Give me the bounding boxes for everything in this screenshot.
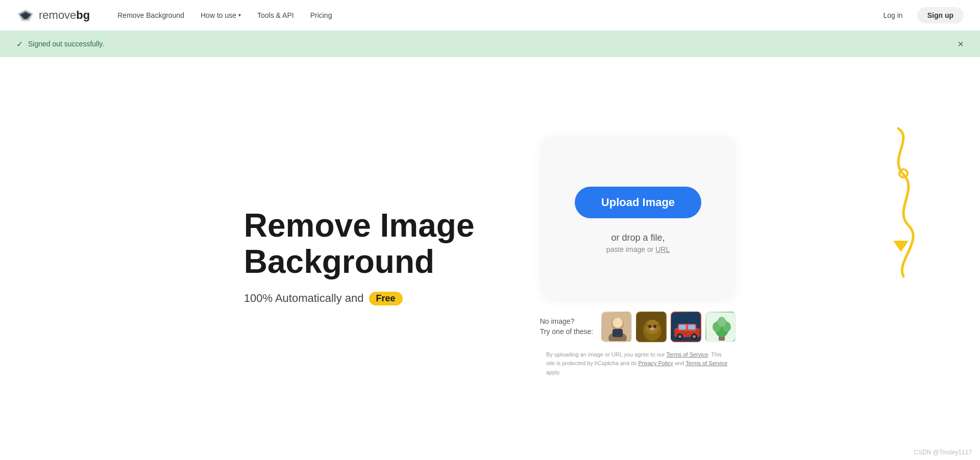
privacy-link[interactable]: Privacy Policy	[638, 360, 673, 366]
sample-thumb-cat[interactable]	[636, 312, 667, 342]
sample-thumb-car[interactable]	[671, 312, 701, 342]
svg-point-15	[653, 325, 656, 328]
flash-banner: ✓ Signed out successfully. ×	[0, 31, 980, 57]
svg-point-32	[899, 169, 908, 177]
sample-label: No image? Try one of these:	[540, 317, 594, 337]
nav-remove-bg[interactable]: Remove Background	[110, 7, 191, 23]
upload-image-button[interactable]: Upload Image	[575, 187, 701, 218]
logo[interactable]: removebg	[16, 8, 90, 22]
nav-links: Remove Background How to use ▾ Tools & A…	[110, 7, 875, 23]
main-content: Remove Image Background 100% Automatical…	[0, 57, 980, 456]
hero-title: Remove Image Background	[244, 208, 499, 279]
flash-message: Signed out successfully.	[28, 40, 104, 48]
svg-rect-21	[688, 325, 695, 329]
sample-thumb-person[interactable]	[601, 312, 632, 342]
login-button[interactable]: Log in	[875, 7, 911, 23]
svg-rect-20	[679, 325, 686, 329]
hero-subtitle: 100% Automatically and Free	[244, 292, 499, 305]
car-sample-img	[672, 313, 701, 342]
sample-thumb-plant[interactable]	[705, 312, 736, 342]
drop-sub: paste image or URL	[606, 245, 670, 253]
svg-point-16	[650, 327, 655, 330]
chevron-down-icon: ▾	[238, 12, 241, 18]
free-badge: Free	[369, 292, 403, 305]
squiggle-svg	[857, 118, 939, 292]
svg-point-7	[612, 318, 623, 328]
watermark: CSDN @Tinsley1117	[914, 449, 972, 456]
svg-marker-33	[893, 241, 909, 252]
flash-close-button[interactable]: ×	[958, 39, 964, 49]
navbar: removebg Remove Background How to use ▾ …	[0, 0, 980, 31]
svg-point-14	[648, 325, 651, 328]
svg-rect-8	[612, 329, 623, 337]
signup-button[interactable]: Sign up	[917, 7, 964, 23]
nav-pricing[interactable]: Pricing	[303, 7, 339, 23]
logo-icon	[16, 8, 35, 22]
person-sample-img	[602, 313, 632, 342]
terms-link-2[interactable]: Terms of Service	[685, 360, 727, 366]
sample-images	[601, 312, 736, 342]
svg-point-25	[693, 335, 696, 338]
nav-how-to-use[interactable]: How to use ▾	[193, 7, 248, 23]
sample-row: No image? Try one of these:	[540, 312, 737, 342]
decorative-squiggle	[857, 118, 939, 294]
url-link[interactable]: URL	[655, 245, 670, 253]
upload-area: Upload Image or drop a file, paste image…	[540, 136, 737, 377]
check-icon: ✓	[16, 39, 23, 49]
terms-link[interactable]: Terms of Service	[666, 351, 708, 357]
legal-text: By uploading an image or URL you agree t…	[546, 350, 730, 377]
plant-sample-img	[706, 313, 736, 342]
logo-text: removebg	[39, 9, 90, 22]
upload-card: Upload Image or drop a file, paste image…	[541, 136, 735, 299]
nav-tools-api[interactable]: Tools & API	[250, 7, 301, 23]
drop-text: or drop a file,	[611, 233, 665, 243]
cat-sample-img	[637, 313, 667, 342]
svg-point-23	[678, 335, 681, 338]
svg-point-31	[718, 317, 726, 327]
nav-actions: Log in Sign up	[875, 7, 964, 23]
hero-section: Remove Image Background 100% Automatical…	[244, 208, 499, 305]
